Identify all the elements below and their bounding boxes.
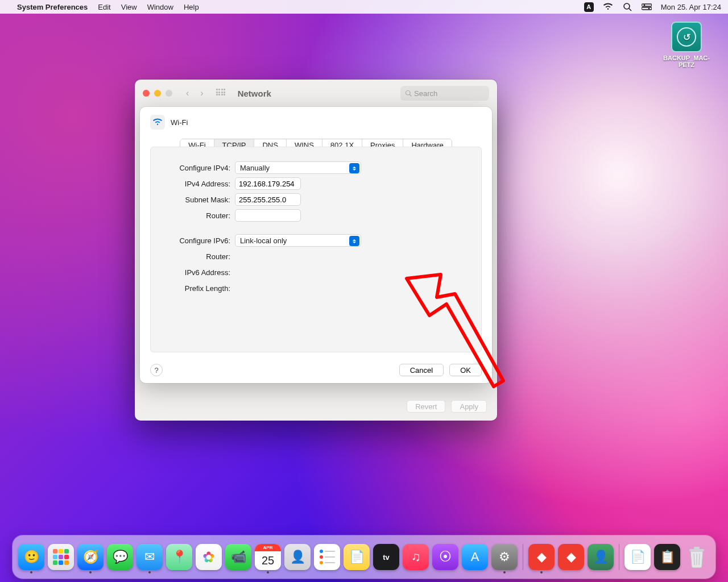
window-titlebar[interactable]: ‹ › Network Search [135, 80, 497, 107]
dock-launchpad[interactable] [48, 544, 74, 570]
timemachine-disk-icon: ↺ [671, 22, 702, 52]
dock-finder[interactable]: 🙂 [18, 544, 44, 570]
cancel-button[interactable]: Cancel [399, 364, 444, 376]
dock-separator [523, 544, 523, 570]
svg-rect-2 [642, 4, 652, 6]
configure-ipv4-value: Manually [240, 164, 270, 172]
search-placeholder: Search [414, 89, 437, 98]
svg-point-3 [643, 5, 645, 6]
back-button[interactable]: ‹ [183, 88, 192, 98]
svg-rect-9 [694, 547, 700, 549]
forward-button[interactable]: › [197, 88, 206, 98]
menubar-clock[interactable]: Mon 25. Apr 17:24 [661, 3, 721, 11]
label-subnet-mask: Subnet Mask: [151, 196, 235, 204]
close-button[interactable] [143, 90, 150, 97]
dock-calendar[interactable]: APR25 [255, 544, 281, 570]
dock-podcasts[interactable]: ⦿ [432, 544, 458, 570]
dock-messages[interactable]: 💬 [107, 544, 133, 570]
svg-point-5 [648, 8, 650, 10]
chevron-updown-icon [349, 236, 359, 246]
ipv4-address-input[interactable] [235, 177, 301, 190]
svg-line-7 [410, 94, 411, 96]
svg-point-0 [624, 3, 630, 9]
dock-anydesk2[interactable]: ◆ [558, 544, 584, 570]
configure-ipv4-select[interactable]: Manually [235, 161, 361, 174]
label-router-ipv4: Router: [151, 211, 235, 220]
system-preferences-window: ‹ › Network Search Wi-Fi Wi-FiTCP/IPDNSW… [135, 80, 497, 421]
menu-view[interactable]: View [121, 3, 137, 11]
dock-appstore[interactable]: A [462, 544, 488, 570]
ok-button[interactable]: OK [449, 364, 482, 376]
spotlight-icon[interactable] [622, 2, 632, 12]
dock-facetime[interactable]: 📹 [225, 544, 251, 570]
menu-edit[interactable]: Edit [98, 3, 110, 11]
search-input[interactable]: Search [400, 86, 489, 101]
configure-ipv6-select[interactable]: Link-local only [235, 234, 361, 247]
dock-separator [619, 544, 619, 570]
advanced-sheet: Wi-Fi Wi-FiTCP/IPDNSWINS802.1XProxiesHar… [140, 107, 492, 383]
menu-window[interactable]: Window [147, 3, 173, 11]
svg-rect-8 [689, 549, 704, 551]
configure-ipv6-value: Link-local only [240, 236, 287, 245]
dock-reminders[interactable] [314, 544, 340, 570]
dock-user-photo[interactable]: 👤 [588, 544, 614, 570]
svg-rect-4 [642, 7, 652, 10]
interface-name: Wi-Fi [171, 118, 188, 127]
dock-system-preferences[interactable]: ⚙︎ [491, 544, 518, 570]
svg-point-6 [406, 91, 411, 95]
traffic-lights [143, 90, 172, 97]
tcpip-pane: Configure IPv4: Manually IPv4 Address: S… [150, 147, 482, 352]
dock-anydesk[interactable]: ◆ [528, 544, 555, 570]
svg-line-1 [629, 9, 631, 11]
dock-contacts[interactable]: 👤 [284, 544, 311, 570]
dock-textedit-doc[interactable]: 📄 [624, 544, 651, 570]
desktop-volume-label: BACKUP_MAC-PETZ [661, 55, 712, 68]
menubar: System Preferences Edit View Window Help… [0, 0, 728, 14]
dock-trash[interactable] [684, 544, 710, 570]
dock-photos[interactable]: ✿ [196, 544, 222, 570]
dock-notes[interactable]: 📄 [344, 544, 370, 570]
label-configure-ipv6: Configure IPv6: [151, 236, 235, 245]
help-button[interactable]: ? [150, 364, 163, 376]
label-prefix-length: Prefix Length: [151, 284, 235, 293]
label-router-ipv6: Router: [151, 252, 235, 261]
keyboard-input-icon[interactable]: A [584, 2, 594, 12]
dock-safari[interactable]: 🧭 [77, 544, 104, 570]
router-ipv4-input[interactable] [235, 209, 301, 222]
label-ipv4-address: IPv4 Address: [151, 180, 235, 188]
dock-tv[interactable]: tv [373, 544, 399, 570]
dock-dark-doc[interactable]: 📋 [654, 544, 680, 570]
dock: 🙂🧭💬✉︎📍✿📹APR25👤📄tv♫⦿A⚙︎◆◆👤📄📋 [13, 535, 715, 579]
chevron-updown-icon [349, 163, 359, 173]
wifi-icon[interactable] [603, 2, 613, 12]
minimize-button[interactable] [154, 90, 161, 97]
wifi-icon [150, 115, 165, 130]
control-center-icon[interactable] [642, 2, 652, 12]
show-all-button[interactable] [216, 89, 225, 98]
label-configure-ipv4: Configure IPv4: [151, 164, 235, 172]
app-menu[interactable]: System Preferences [17, 3, 88, 11]
desktop-volume-backup[interactable]: ↺ BACKUP_MAC-PETZ [661, 22, 712, 68]
apply-button[interactable]: Apply [451, 400, 487, 413]
zoom-button[interactable] [166, 90, 172, 97]
label-ipv6-address: IPv6 Address: [151, 268, 235, 277]
dock-maps[interactable]: 📍 [166, 544, 192, 570]
subnet-mask-input[interactable] [235, 193, 301, 206]
revert-button[interactable]: Revert [407, 400, 445, 413]
dock-music[interactable]: ♫ [403, 544, 429, 570]
dock-mail[interactable]: ✉︎ [136, 544, 163, 570]
window-title: Network [238, 89, 271, 98]
menu-help[interactable]: Help [184, 3, 199, 11]
